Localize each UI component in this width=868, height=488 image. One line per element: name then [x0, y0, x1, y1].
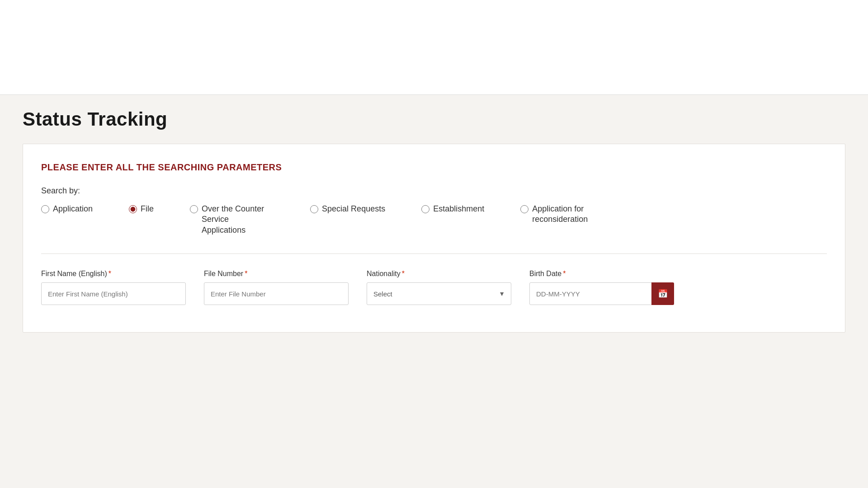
file-number-label: File Number*	[204, 270, 349, 278]
nationality-select-wrapper: Select ▼	[367, 282, 511, 305]
first-name-group: First Name (English)*	[41, 270, 186, 305]
radio-reconsideration[interactable]	[520, 205, 528, 213]
file-number-group: File Number*	[204, 270, 349, 305]
radio-option-reconsideration[interactable]: Application for reconsideration	[520, 204, 604, 225]
nationality-select[interactable]: Select	[367, 282, 511, 305]
radio-special-label: Special Requests	[322, 204, 385, 214]
first-name-required: *	[108, 270, 111, 277]
section-divider	[41, 253, 827, 254]
radio-option-application[interactable]: Application	[41, 204, 93, 214]
file-number-required: *	[245, 270, 247, 277]
radio-option-establishment[interactable]: Establishment	[421, 204, 484, 214]
radio-reconsideration-label: Application for reconsideration	[532, 204, 604, 225]
birth-date-wrapper: 📅	[529, 282, 674, 305]
page-title: Status Tracking	[23, 108, 845, 130]
nationality-group: Nationality* Select ▼	[367, 270, 511, 305]
radio-otc[interactable]	[190, 205, 198, 213]
radio-group: Application File Over the Counter Servic…	[41, 204, 827, 235]
radio-otc-label: Over the Counter Service Applications	[202, 204, 274, 235]
radio-special[interactable]	[310, 205, 318, 213]
form-container: PLEASE ENTER ALL THE SEARCHING PARAMETER…	[23, 144, 845, 333]
birth-date-required: *	[563, 270, 566, 277]
nationality-label: Nationality*	[367, 270, 511, 278]
radio-option-special[interactable]: Special Requests	[310, 204, 385, 214]
radio-file[interactable]	[129, 205, 137, 213]
radio-file-label: File	[141, 204, 154, 214]
nationality-required: *	[402, 270, 405, 277]
birth-date-group: Birth Date* 📅	[529, 270, 674, 305]
top-banner	[0, 0, 868, 95]
radio-establishment-label: Establishment	[433, 204, 484, 214]
main-content: Status Tracking PLEASE ENTER ALL THE SEA…	[0, 95, 868, 346]
search-params-notice: PLEASE ENTER ALL THE SEARCHING PARAMETER…	[41, 162, 827, 173]
file-number-input[interactable]	[204, 282, 349, 305]
fields-row: First Name (English)* File Number* Natio…	[41, 270, 827, 305]
first-name-input[interactable]	[41, 282, 186, 305]
first-name-label: First Name (English)*	[41, 270, 186, 278]
search-by-label: Search by:	[41, 186, 827, 196]
birth-date-label: Birth Date*	[529, 270, 674, 278]
radio-option-file[interactable]: File	[129, 204, 154, 214]
calendar-icon[interactable]: 📅	[651, 282, 674, 305]
radio-application[interactable]	[41, 205, 49, 213]
radio-establishment[interactable]	[421, 205, 429, 213]
radio-application-label: Application	[53, 204, 93, 214]
radio-option-otc[interactable]: Over the Counter Service Applications	[190, 204, 274, 235]
